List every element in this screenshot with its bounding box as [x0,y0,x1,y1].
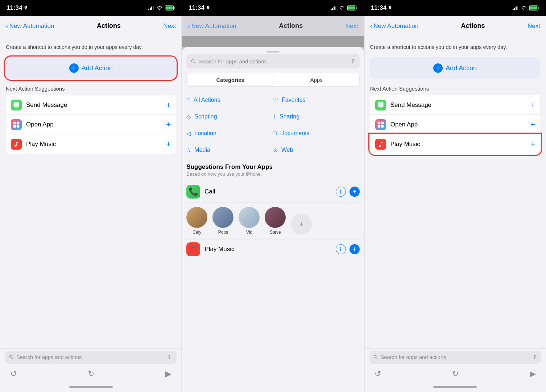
phone-3: 11:34 ‹ New Automation Actions Next [364,0,546,392]
documents-icon-2: □ [273,130,277,137]
play-btn-1[interactable]: ▶ [165,369,171,379]
search-bar-3[interactable]: Search for apps and actions 🎙 [369,351,541,364]
sharing-icon-2: ↑ [273,113,276,120]
segment-apps-2[interactable]: Apps [274,73,359,86]
signal-icon-1 [148,6,154,10]
info-btn-2[interactable]: ℹ [336,187,346,197]
status-icons-2 [331,5,357,11]
play-btn-3[interactable]: ▶ [530,369,536,379]
svg-rect-16 [356,7,357,9]
suggestion-open-app-3[interactable]: Open App + [370,115,540,134]
contact-avatar-steve-2 [265,207,286,228]
battery-icon-1 [165,5,175,11]
add-action-button-3[interactable]: + Add Action [370,57,540,79]
svg-rect-20 [516,7,517,10]
mic-icon-1: 🎙 [167,354,173,360]
modal-search-bar-2[interactable]: Search for apps and actions 🎙 [186,54,359,68]
nav-bar-2-dimmed: ‹ New Automation Actions Next [182,16,364,36]
media-icon-2: ♫ [186,147,191,153]
contact-vic-2[interactable]: Vic [239,207,260,235]
suggestion-open-app-1[interactable]: Open App + [6,115,176,134]
category-favorites-2[interactable]: ♡ Favorites [273,92,360,108]
phone-app-icon-2: 📞 [186,185,200,199]
nav-next-btn-1[interactable]: Next [163,22,176,30]
undo-btn-1[interactable]: ↺ [10,369,17,379]
category-scripting-2[interactable]: ◇ Scripting [186,108,273,125]
suggestion-play-music-3[interactable]: Play Music + [370,134,540,154]
all-actions-label-2: All Actions [194,97,220,103]
contact-cely-2[interactable]: Cely [186,207,207,235]
location-icon-1 [24,6,28,10]
nav-back-1[interactable]: ‹ New Automation [6,22,54,30]
suggestion-add-open-app-3[interactable]: + [530,120,535,129]
redo-btn-3[interactable]: ↻ [452,369,459,379]
contact-pops-2[interactable]: Pops [212,207,233,235]
category-sharing-2[interactable]: ↑ Sharing [273,108,360,125]
search-bar-1[interactable]: Search for apps and actions 🎙 [5,351,177,364]
suggestions-section-1: Next Action Suggestions Send Message + O… [6,86,176,154]
add-action-button-1[interactable]: + Add Action [6,57,176,79]
suggestion-add-open-app-1[interactable]: + [166,120,171,129]
suggestion-add-send-message-3[interactable]: + [530,100,535,110]
redo-btn-1[interactable]: ↻ [88,369,94,379]
suggestion-add-send-message-1[interactable]: + [166,100,171,110]
nav-back-3[interactable]: ‹ New Automation [370,22,418,30]
add-btn-music-2[interactable]: + [349,244,360,254]
search-placeholder-3: Search for apps and actions [381,354,446,360]
time-display-1: 11:34 [7,4,28,12]
undo-btn-3[interactable]: ↺ [375,369,381,379]
suggestion-add-play-music-3[interactable]: + [530,139,535,149]
suggestions-label-1: Next Action Suggestions [6,86,176,92]
play-music-btns-2: ℹ + [336,244,360,254]
music-icon-1 [11,139,22,150]
plus-circle-icon-3: + [433,63,443,73]
search-icon-3 [373,355,378,360]
svg-rect-3 [153,6,154,10]
description-text-1: Create a shortcut to actions you do in y… [6,43,176,51]
bottom-bar-1: Search for apps and actions 🎙 ↺ ↻ ▶ [0,348,182,392]
suggestion-play-music-1[interactable]: Play Music + [6,134,176,154]
status-icons-3 [513,5,539,11]
nav-next-btn-2[interactable]: Next [346,22,358,30]
suggestion-send-message-1[interactable]: Send Message + [6,95,176,115]
status-icons-1 [148,5,175,11]
music-app-icon-2: 🎵 [186,242,200,256]
phone-2: 11:34 ‹ New Automation Actions Next [182,0,364,392]
wifi-icon-1 [157,6,162,10]
category-all-actions-2[interactable]: ≡ All Actions [186,92,273,108]
suggestion-name-send-message-3: Send Message [390,101,526,109]
category-location-2[interactable]: ◁ Location [186,125,273,142]
contact-name-cely-2: Cely [193,230,201,235]
segment-categories-2[interactable]: Categories [187,74,273,86]
contact-steve-2[interactable]: Steve [265,207,286,235]
suggestions-sub-2: Based on how you use your iPhone. [186,171,359,177]
category-media-2[interactable]: ♫ Media [186,142,273,158]
contacts-more-btn-2[interactable]: + [291,214,312,235]
modal-handle-2 [182,47,364,54]
suggestion-send-message-3[interactable]: Send Message + [370,95,540,115]
sharing-label-2: Sharing [280,113,299,120]
nav-next-btn-3[interactable]: Next [528,22,540,30]
add-btn-call-2[interactable]: + [349,187,360,197]
contact-avatar-cely-2 [186,207,207,228]
category-documents-2[interactable]: □ Documents [273,125,360,142]
favorites-icon-2: ♡ [273,97,278,104]
scripting-icon-2: ◇ [186,113,191,120]
battery-icon-3 [529,5,539,11]
favorites-label-2: Favorites [282,97,306,103]
search-icon-1 [9,355,14,360]
web-label-2: Web [281,147,293,153]
web-icon-2: ⊙ [273,147,278,154]
category-web-2[interactable]: ⊙ Web [273,142,360,158]
svg-rect-13 [334,7,335,10]
action-btns-2: ℹ + [336,187,360,197]
home-indicator-3 [364,382,546,392]
svg-rect-12 [332,8,333,10]
svg-rect-21 [517,6,518,10]
nav-title-3: Actions [461,22,485,30]
info-btn-music-2[interactable]: ℹ [336,244,346,254]
suggestion-add-play-music-1[interactable]: + [166,139,171,149]
svg-rect-28 [381,125,384,128]
suggestions-section-3: Next Action Suggestions Send Message + O… [370,86,540,154]
suggestion-name-play-music-1: Play Music [26,141,162,148]
